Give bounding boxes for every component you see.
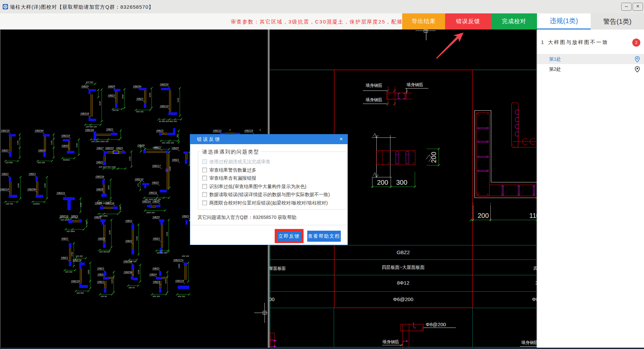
svg-text:200: 200 xyxy=(377,179,388,186)
svg-text:GBZ4: GBZ4 xyxy=(150,273,157,276)
svg-text:墙身钢筋: 墙身钢筋 xyxy=(521,340,537,345)
svg-text:1800 100: 1800 100 xyxy=(146,212,155,214)
svg-text:GBZ1: GBZ1 xyxy=(61,256,68,259)
svg-text:100 50: 100 50 xyxy=(112,109,119,111)
svg-text:100 1100 600 1000: 100 1100 600 1000 xyxy=(99,166,116,168)
svg-text:100 1300 100: 100 1300 100 xyxy=(162,142,174,144)
svg-text:GBZ1b: GBZ1b xyxy=(96,175,104,178)
svg-text:GBZ9: GBZ9 xyxy=(94,216,101,219)
svg-text:8: 8 xyxy=(260,129,261,131)
svg-text:四层板面: 四层板面 xyxy=(533,266,537,271)
svg-text:GBZ14: GBZ14 xyxy=(0,188,9,191)
svg-text:墙身钢筋: 墙身钢筋 xyxy=(406,82,423,87)
svg-text:屋面板面: 屋面板面 xyxy=(270,266,286,271)
svg-text:GBZ1: GBZ1 xyxy=(97,267,104,270)
svg-text:275: 275 xyxy=(137,183,139,187)
svg-text:GBZ3: GBZ3 xyxy=(156,129,163,132)
svg-text:GBZ1: GBZ1 xyxy=(125,219,132,222)
svg-text:GBZ2: GBZ2 xyxy=(396,249,410,255)
svg-text:2000: 2000 xyxy=(149,93,151,97)
svg-text:100250: 100250 xyxy=(33,203,40,205)
svg-text:GBZ17: GBZ17 xyxy=(152,164,161,167)
svg-text:GBZ15: GBZ15 xyxy=(245,129,253,132)
svg-text:1850: 1850 xyxy=(122,94,124,99)
svg-text:GBZ16: GBZ16 xyxy=(80,112,89,115)
svg-text:GBZ1: GBZ1 xyxy=(153,280,160,283)
svg-text:GBZ1: GBZ1 xyxy=(71,215,78,218)
svg-text:100300 250: 100300 250 xyxy=(157,252,167,254)
svg-text:GBZ1: GBZ1 xyxy=(153,267,160,270)
svg-text:GBZ19: GBZ19 xyxy=(71,280,80,283)
svg-text:墙身钢筋: 墙身钢筋 xyxy=(365,97,382,102)
svg-text:GBZ21: GBZ21 xyxy=(57,191,65,194)
svg-text:GBZ11: GBZ11 xyxy=(149,191,157,194)
svg-text:GBZ1a: GBZ1a xyxy=(123,260,132,263)
svg-text:5300: 5300 xyxy=(177,98,179,102)
svg-text:1100: 1100 xyxy=(111,279,113,284)
svg-text:GBZ1: GBZ1 xyxy=(98,237,105,240)
svg-text:GBZ9: GBZ9 xyxy=(82,85,89,88)
svg-text:650: 650 xyxy=(176,134,178,137)
svg-text:Φ8: Φ8 xyxy=(532,296,537,302)
svg-text:100 500: 100 500 xyxy=(86,81,93,83)
svg-text:GBZ1: GBZ1 xyxy=(182,215,189,218)
svg-text:GBZ18: GBZ18 xyxy=(85,128,94,131)
svg-text:100 400: 100 400 xyxy=(75,255,83,257)
svg-text:GBZ22: GBZ22 xyxy=(105,147,114,150)
svg-text:1150: 1150 xyxy=(17,140,19,145)
svg-text:GBZ10: GBZ10 xyxy=(135,178,144,181)
svg-text:GBZ27o: GBZ27o xyxy=(173,258,183,261)
svg-text:Φ8@200: Φ8@200 xyxy=(426,322,446,327)
svg-text:GBZ7d: GBZ7d xyxy=(73,258,81,261)
svg-text:2800: 2800 xyxy=(153,147,157,149)
svg-text:1650: 1650 xyxy=(129,156,131,161)
svg-text:100 1250 1500 100: 100 1250 1500 100 xyxy=(91,140,109,142)
svg-text:墙身钢筋: 墙身钢筋 xyxy=(365,83,382,88)
svg-text:1150: 1150 xyxy=(51,140,53,145)
svg-text:400 100: 400 100 xyxy=(178,295,185,297)
svg-text:GBZ1: GBZ1 xyxy=(97,280,104,283)
svg-text:GBZ2: GBZ2 xyxy=(152,181,159,184)
svg-text:180 43: 180 43 xyxy=(128,287,135,289)
svg-text:GBZ1: GBZ1 xyxy=(96,161,103,164)
svg-text:GBZ1: GBZ1 xyxy=(29,172,36,175)
svg-text:2700: 2700 xyxy=(71,252,73,256)
svg-text:200 300100: 200 300100 xyxy=(99,251,110,253)
svg-text:3200: 3200 xyxy=(166,232,168,236)
svg-text:600 100: 600 100 xyxy=(38,162,45,164)
svg-text:GBZ9: GBZ9 xyxy=(172,147,179,150)
svg-text:GBZ20: GBZ20 xyxy=(160,83,169,86)
svg-text:GBZ9c: GBZ9c xyxy=(133,85,142,88)
svg-text:GBZ1a: GBZ1a xyxy=(106,201,114,205)
svg-text:150: 150 xyxy=(119,206,121,210)
svg-text:GBZ13: GBZ13 xyxy=(60,215,68,218)
svg-text:GBZ1: GBZ1 xyxy=(61,237,68,240)
svg-text:500 100: 500 100 xyxy=(153,295,160,297)
svg-text:300: 300 xyxy=(396,179,407,186)
svg-text:GBZ9a: GBZ9a xyxy=(124,271,132,274)
svg-text:3600: 3600 xyxy=(99,101,101,106)
svg-text:100 900: 100 900 xyxy=(76,292,84,294)
svg-text:GBZ9: GBZ9 xyxy=(108,85,115,88)
svg-text:100 750: 100 750 xyxy=(6,203,13,205)
svg-text:200: 200 xyxy=(478,212,489,219)
svg-text:100 1800: 100 1800 xyxy=(66,230,75,232)
svg-text:1100: 1100 xyxy=(165,279,167,284)
svg-text:Φ6@200: Φ6@200 xyxy=(393,296,414,302)
svg-text:GBZ6: GBZ6 xyxy=(96,188,103,191)
svg-text:GBZ9: GBZ9 xyxy=(62,144,69,147)
svg-text:100 650 100: 100 650 100 xyxy=(86,126,97,128)
svg-text:GBZ15: GBZ15 xyxy=(61,134,70,137)
svg-text:180 7600 400 100: 180 7600 400 100 xyxy=(145,198,161,200)
svg-text:3300: 3300 xyxy=(136,236,138,241)
svg-text:800900: 800900 xyxy=(63,159,70,161)
svg-text:8Φ12: 8Φ12 xyxy=(397,280,410,286)
svg-text:3200: 3200 xyxy=(109,230,111,235)
svg-text:110: 110 xyxy=(529,212,537,219)
svg-text:四层板面~大屋面板面: 四层板面~大屋面板面 xyxy=(382,265,425,270)
svg-text:GBZ4: GBZ4 xyxy=(98,273,105,276)
svg-text:GBZ1: GBZ1 xyxy=(2,149,9,152)
svg-text:500 100: 500 100 xyxy=(136,111,144,113)
svg-text:1200: 1200 xyxy=(80,202,82,207)
svg-text:GBZ1: GBZ1 xyxy=(2,172,9,175)
